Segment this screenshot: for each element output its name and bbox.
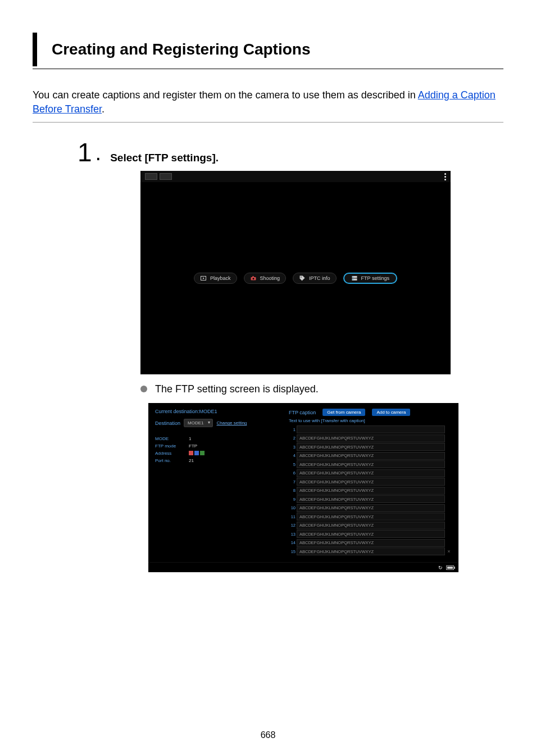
caption-row: 14× (289, 539, 452, 547)
ftpmode-key: FTP mode (155, 443, 182, 449)
page-title: Creating and Registering Captions (52, 40, 503, 58)
caption-row: 5× (289, 460, 452, 468)
caption-input[interactable] (297, 443, 445, 451)
add-to-camera-button[interactable]: Add to camera (372, 409, 410, 416)
tag-icon (299, 275, 306, 282)
caption-row: 7× (289, 478, 452, 486)
caption-input[interactable] (297, 530, 445, 538)
intro-text-after: . (102, 103, 105, 115)
caption-row: 11× (289, 513, 452, 520)
caption-input[interactable] (297, 487, 445, 495)
caption-number: 10 (289, 505, 296, 510)
intro-paragraph: You can create captions and register the… (33, 88, 503, 116)
caption-row: 2× (289, 434, 452, 442)
destination-select[interactable]: MODE1 (184, 419, 213, 427)
intro-text-before: You can create captions and register the… (33, 89, 418, 101)
menu-ftp-button[interactable]: FTP settings (343, 273, 397, 284)
address-key: Address (155, 451, 182, 456)
caption-number: 2 (289, 436, 296, 441)
caption-row: 13× (289, 530, 452, 538)
sub-note: The FTP setting screen is displayed. (155, 383, 319, 395)
caption-row: 15× (289, 547, 452, 555)
screenshot-menu: Playback Shooting IPTC info FTP settings (140, 171, 451, 374)
caption-number: 11 (289, 514, 296, 519)
caption-number: 6 (289, 470, 296, 476)
address-value (189, 451, 205, 456)
caption-number: 1 (289, 427, 296, 432)
caption-row: 12× (289, 522, 452, 529)
caption-number: 5 (289, 462, 296, 467)
close-icon[interactable]: × (446, 549, 452, 554)
caption-input[interactable] (297, 460, 445, 468)
menu-iptc-label: IPTC info (309, 275, 330, 281)
step-number: 1 (78, 139, 92, 165)
ftp-caption-label: FTP caption (289, 410, 316, 415)
caption-number: 9 (289, 497, 296, 502)
step-dot: . (96, 142, 102, 164)
caption-input[interactable] (297, 434, 445, 442)
caption-number: 12 (289, 523, 296, 528)
window-thumb (145, 173, 157, 180)
caption-description: Text to use with [Transfer with caption] (289, 418, 452, 423)
caption-row: 9× (289, 495, 452, 503)
caption-input[interactable] (297, 425, 445, 433)
battery-icon (446, 565, 454, 570)
svg-point-3 (252, 278, 254, 280)
camera-icon (250, 275, 257, 282)
current-destination-label: Current destination:MODE1 (155, 409, 282, 414)
caption-input[interactable] (297, 452, 445, 460)
caption-input[interactable] (297, 522, 445, 529)
caption-input[interactable] (297, 504, 445, 512)
caption-input[interactable] (297, 539, 445, 547)
caption-number: 13 (289, 532, 296, 537)
get-from-camera-button[interactable]: Get from camera (322, 409, 365, 416)
caption-number: 7 (289, 479, 296, 485)
sub-bullet-icon (140, 386, 147, 392)
ftp-icon (351, 275, 358, 282)
intro-rule (33, 122, 503, 123)
page-number: 668 (0, 730, 536, 740)
port-value: 21 (189, 458, 194, 463)
caption-input[interactable] (297, 478, 445, 486)
playback-icon (200, 275, 207, 282)
caption-input[interactable] (297, 469, 445, 477)
ftpmode-value: FTP (189, 443, 197, 449)
menu-iptc-button[interactable]: IPTC info (293, 273, 337, 284)
caption-row: 6× (289, 469, 452, 477)
window-thumb (160, 173, 172, 180)
svg-rect-8 (352, 279, 353, 280)
svg-rect-7 (352, 277, 353, 278)
caption-row: 3× (289, 443, 452, 451)
mode-value: 1 (189, 436, 191, 441)
caption-number: 3 (289, 445, 296, 450)
caption-number: 8 (289, 488, 296, 493)
refresh-icon[interactable]: ↻ (438, 565, 443, 571)
menu-playback-label: Playback (210, 275, 231, 281)
caption-input[interactable] (297, 495, 445, 503)
caption-row: 4× (289, 452, 452, 460)
caption-row: 10× (289, 504, 452, 512)
screenshot-ftp-settings: Current destination:MODE1 Destination MO… (148, 403, 458, 572)
caption-input[interactable] (297, 547, 445, 555)
menu-shooting-button[interactable]: Shooting (244, 273, 287, 284)
menu-playback-button[interactable]: Playback (194, 273, 237, 284)
caption-number: 14 (289, 540, 296, 545)
caption-input[interactable] (297, 513, 445, 520)
caption-number: 15 (289, 549, 296, 554)
port-key: Port no. (155, 458, 182, 463)
overflow-menu-icon[interactable] (444, 173, 446, 180)
destination-label: Destination (155, 420, 180, 426)
mode-key: MODE (155, 436, 182, 441)
svg-rect-2 (252, 277, 254, 278)
menu-ftp-label: FTP settings (361, 275, 389, 281)
caption-row: 8× (289, 487, 452, 495)
menu-shooting-label: Shooting (260, 275, 280, 281)
svg-point-4 (301, 277, 302, 278)
caption-row: 1× (289, 425, 452, 433)
change-setting-link[interactable]: Change setting (216, 420, 247, 425)
caption-number: 4 (289, 453, 296, 458)
step-title: Select [FTP settings]. (110, 152, 219, 164)
title-rule (33, 69, 503, 69)
